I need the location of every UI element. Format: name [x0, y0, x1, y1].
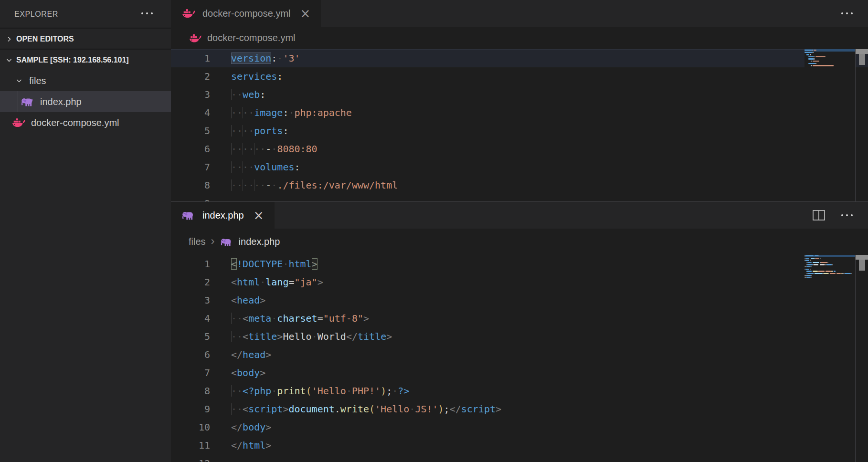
- vscode-window: EXPLORER OPEN EDITORS SAMPLE [SSH: 192.1…: [0, 0, 868, 462]
- code-text: ··<script>document.write('Hello·JS!');</…: [231, 400, 501, 418]
- line-number: 8: [171, 382, 210, 400]
- php-icon: [181, 209, 197, 221]
- code-line[interactable]: 1version:·'3': [171, 49, 868, 67]
- line-number: 8: [171, 176, 210, 194]
- tree-item-files[interactable]: files: [0, 70, 171, 91]
- line-number: 5: [171, 327, 210, 346]
- code-text: services:: [231, 67, 283, 85]
- tree-item-index-php[interactable]: index.php: [0, 91, 171, 112]
- explorer-sidebar: EXPLORER OPEN EDITORS SAMPLE [SSH: 192.1…: [0, 0, 171, 462]
- code-text: version:·'3': [231, 49, 300, 67]
- code-line[interactable]: 5··<title>Hello·World</title>: [171, 327, 868, 346]
- chevron-down-icon: [5, 56, 13, 64]
- line-number: 5: [171, 122, 210, 140]
- code-text: <head>: [231, 291, 265, 309]
- docker-icon: [181, 7, 197, 20]
- scrollbar-thumb[interactable]: [859, 260, 865, 271]
- tab-label: index.php: [202, 210, 244, 221]
- line-number: 11: [171, 436, 210, 454]
- chevron-right-icon: [5, 35, 13, 43]
- code-line[interactable]: 2<html·lang="ja">: [171, 273, 868, 291]
- line-number: 1: [171, 255, 210, 273]
- code-text: ······-·./files:/var/www/html: [231, 176, 398, 194]
- chevron-down-icon: [15, 76, 23, 85]
- code-line[interactable]: 4··<meta·charset="utf-8">: [171, 309, 868, 327]
- line-number: 10: [171, 418, 210, 436]
- line-number: 4: [171, 309, 210, 327]
- section-open-editors[interactable]: OPEN EDITORS: [0, 28, 171, 49]
- more-actions-icon[interactable]: [141, 12, 153, 14]
- breadcrumb-item[interactable]: files: [189, 236, 206, 247]
- code-line[interactable]: 12: [171, 454, 868, 462]
- tab-docker-compose-yml[interactable]: docker-compose.yml ×: [171, 0, 321, 27]
- tab-bar: docker-compose.yml ×: [171, 0, 868, 27]
- vertical-scrollbar[interactable]: [855, 255, 868, 462]
- scrollbar-cap[interactable]: [856, 255, 868, 260]
- scrollbar-thumb[interactable]: [859, 54, 865, 65]
- breadcrumb: files › index.php: [171, 229, 868, 255]
- section-label: OPEN EDITORS: [16, 35, 74, 43]
- code-line[interactable]: 3··web:: [171, 85, 868, 104]
- code-line[interactable]: 2services:: [171, 67, 868, 85]
- code-line[interactable]: 8······-·./files:/var/www/html: [171, 176, 868, 194]
- more-actions-icon[interactable]: [841, 12, 853, 14]
- line-number: 6: [171, 140, 210, 158]
- php-icon: [220, 236, 234, 248]
- sidebar-title: EXPLORER: [14, 10, 58, 19]
- line-number: 1: [171, 49, 210, 67]
- editor-actions: [813, 202, 868, 229]
- line-number: 7: [171, 364, 210, 382]
- scrollbar-cap[interactable]: [856, 49, 868, 54]
- line-number: 3: [171, 291, 210, 309]
- minimap[interactable]: [804, 255, 855, 462]
- code-line[interactable]: 8··<?php·print('Hello·PHP!');·?>: [171, 382, 868, 400]
- more-actions-icon[interactable]: [841, 214, 853, 216]
- code-line[interactable]: 7<body>: [171, 364, 868, 382]
- tree-item-label: files: [29, 75, 46, 86]
- line-number: 6: [171, 346, 210, 364]
- code-text: ··<?php·print('Hello·PHP!');·?>: [231, 382, 409, 400]
- code-line[interactable]: 4····image:·php:apache: [171, 104, 868, 122]
- minimap[interactable]: [804, 49, 855, 201]
- code-text: <body>: [231, 364, 265, 382]
- code-line[interactable]: 9··<script>document.write('Hello·JS!');<…: [171, 400, 868, 418]
- split-editor-icon[interactable]: [813, 210, 825, 220]
- code-line[interactable]: 9: [171, 194, 868, 201]
- tree-item-docker-compose[interactable]: docker-compose.yml: [0, 112, 171, 133]
- section-workspace[interactable]: SAMPLE [SSH: 192.168.56.101]: [0, 49, 171, 70]
- tab-index-php[interactable]: index.php ×: [171, 202, 275, 229]
- docker-icon: [11, 116, 27, 129]
- code-line[interactable]: 5····ports:: [171, 122, 868, 140]
- close-icon[interactable]: ×: [254, 209, 264, 221]
- breadcrumb-item[interactable]: index.php: [239, 236, 280, 247]
- code-text: <html·lang="ja">: [231, 273, 323, 291]
- close-icon[interactable]: ×: [300, 7, 311, 20]
- code-editor[interactable]: 1version:·'3'2services:3··web:4····image…: [171, 49, 868, 201]
- php-icon: [21, 95, 36, 108]
- code-line[interactable]: 10</body>: [171, 418, 868, 436]
- breadcrumb-item[interactable]: docker-compose.yml: [207, 32, 296, 43]
- code-line[interactable]: 3<head>: [171, 291, 868, 309]
- code-text: <!DOCTYPE·html>: [231, 255, 318, 273]
- code-lines: 1version:·'3'2services:3··web:4····image…: [171, 49, 868, 201]
- code-text: </html>: [231, 436, 271, 454]
- vertical-scrollbar[interactable]: [855, 49, 868, 201]
- code-line[interactable]: 7····volumes:: [171, 158, 868, 176]
- code-text: ······-·8080:80: [231, 140, 318, 158]
- sidebar-header: EXPLORER: [0, 0, 171, 28]
- editor-actions: [841, 0, 868, 27]
- code-line[interactable]: 6······-·8080:80: [171, 140, 868, 158]
- line-number: 9: [171, 400, 210, 418]
- breadcrumb: docker-compose.yml: [171, 27, 868, 49]
- code-text: ····ports:: [231, 122, 288, 140]
- code-text: ··web:: [231, 85, 265, 104]
- code-line[interactable]: 6</head>: [171, 346, 868, 364]
- line-number: 2: [171, 273, 210, 291]
- code-line[interactable]: 11</html>: [171, 436, 868, 454]
- code-editor[interactable]: 1<!DOCTYPE·html>2<html·lang="ja">3<head>…: [171, 255, 868, 462]
- code-text: ··<title>Hello·World</title>: [231, 327, 392, 346]
- code-text: ····image:·php:apache: [231, 104, 352, 122]
- tree-item-label: index.php: [40, 96, 82, 107]
- editor-groups: docker-compose.yml ×: [171, 0, 868, 462]
- code-line[interactable]: 1<!DOCTYPE·html>: [171, 255, 868, 273]
